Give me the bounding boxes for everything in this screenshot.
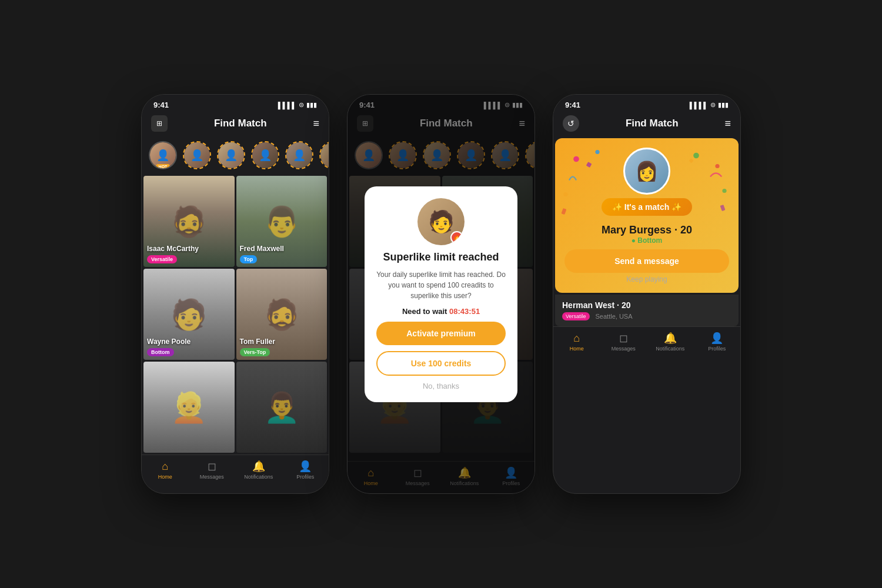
profile-name-tom: Tom Fuller: [240, 338, 275, 346]
profile-tag-fred: Top: [240, 255, 258, 263]
wifi-icon: ⊜: [299, 101, 304, 109]
signal-icon: ▌▌▌▌: [278, 102, 296, 109]
svg-point-0: [573, 156, 579, 162]
profiles-nav-icon: 👤: [299, 460, 312, 473]
confetti-decoration: [555, 138, 739, 293]
nav-messages-3[interactable]: ◻ Messages: [609, 332, 638, 352]
below-match-location: Seattle, USA: [596, 313, 633, 320]
nav-profiles-1[interactable]: 👤 Profiles: [290, 460, 320, 480]
dialog-body: Your daily superlike limit has reached. …: [376, 269, 506, 301]
profile-name-fred: Fred Maxwell: [240, 245, 284, 253]
status-icons-1: ▌▌▌▌ ⊜ ▮▮▮: [278, 101, 317, 109]
home-nav-icon: ⌂: [162, 460, 168, 473]
wait-time: 08:43:51: [449, 307, 480, 316]
home-nav-icon-3: ⌂: [573, 332, 580, 345]
profiles-grid-1: 🧔 Isaac McCarthy Versatile 👨 Fred Maxwel…: [142, 174, 329, 455]
profile-tag-tom: Vers-Top: [240, 348, 270, 356]
profile-info-wayne: Wayne Poole Bottom: [147, 338, 191, 356]
app-header-1: ⊞ Find Match ≡: [142, 112, 329, 136]
below-match-tag: Versatile: [562, 312, 590, 320]
status-icons-3: ▌▌▌▌ ⊜ ▮▮▮: [690, 101, 729, 109]
profile-card-fred[interactable]: 👨 Fred Maxwell Top: [236, 176, 328, 267]
below-match-name: Herman West · 20: [562, 300, 630, 310]
match-card: 👩 ✨ It's a match ✨ Mary Burgess · 20 Bot…: [555, 138, 739, 293]
fire-badge: 🔥: [450, 231, 463, 244]
dialog-overlay: 🧑 🔥 Superlike limit reached Your daily s…: [348, 95, 534, 493]
dialog-title: Superlike limit reached: [383, 251, 499, 263]
nav-home-1[interactable]: ⌂ Home: [151, 460, 180, 480]
status-bar-1: 9:41 ▌▌▌▌ ⊜ ▮▮▮: [142, 95, 329, 112]
dialog-avatar: 🧑 🔥: [417, 198, 465, 245]
story-5[interactable]: 👤: [285, 141, 313, 169]
status-time-1: 9:41: [153, 101, 169, 109]
svg-point-2: [693, 153, 699, 159]
status-bar-3: 9:41 ▌▌▌▌ ⊜ ▮▮▮: [553, 95, 740, 112]
nav-profiles-3[interactable]: 👤 Profiles: [702, 332, 731, 352]
wait-text: Need to wait 08:43:51: [402, 307, 480, 316]
profile-info-tom: Tom Fuller Vers-Top: [240, 338, 275, 356]
menu-icon-1[interactable]: ≡: [313, 118, 319, 130]
nav-home-3[interactable]: ⌂ Home: [562, 332, 592, 352]
battery-icon: ▮▮▮: [306, 101, 317, 109]
activate-premium-button[interactable]: Activate premium: [376, 322, 506, 345]
profile-card-isaac[interactable]: 🧔 Isaac McCarthy Versatile: [143, 176, 235, 267]
phone-1: 9:41 ▌▌▌▌ ⊜ ▮▮▮ ⊞ Find Match ≡ 👤 👤 👤 👤 👤: [141, 94, 329, 494]
story-2[interactable]: 👤: [183, 141, 211, 169]
profile-card-6[interactable]: 👨‍🦱: [236, 362, 328, 453]
story-1[interactable]: 👤: [149, 141, 177, 169]
phone-3: 9:41 ▌▌▌▌ ⊜ ▮▮▮ ↺ Find Match ≡: [553, 94, 741, 494]
profile-info-fred: Fred Maxwell Top: [240, 245, 284, 263]
profile-card-5[interactable]: 👱: [143, 362, 235, 453]
signal-icon-3: ▌▌▌▌: [690, 102, 708, 109]
use-credits-button[interactable]: Use 100 credits: [376, 351, 506, 376]
svg-rect-9: [720, 205, 726, 211]
story-3[interactable]: 👤: [217, 141, 245, 169]
notifications-nav-icon: 🔔: [252, 460, 265, 473]
svg-point-7: [722, 189, 726, 193]
home-icon-btn[interactable]: ⊞: [151, 115, 168, 132]
battery-icon-3: ▮▮▮: [718, 101, 729, 109]
messages-nav-icon: ◻: [208, 460, 216, 473]
svg-rect-8: [562, 208, 567, 215]
stories-row-1: 👤 👤 👤 👤 👤 👤: [142, 136, 329, 174]
story-4[interactable]: 👤: [251, 141, 279, 169]
undo-button[interactable]: ↺: [563, 115, 579, 132]
menu-icon-3[interactable]: ≡: [724, 118, 731, 130]
nav-notifications-1[interactable]: 🔔 Notifications: [244, 460, 273, 480]
nav-notifications-3[interactable]: 🔔 Notifications: [656, 332, 685, 352]
profile-info-isaac: Isaac McCarthy Versatile: [147, 245, 199, 263]
bottom-nav-1: ⌂ Home ◻ Messages 🔔 Notifications 👤 Prof…: [142, 455, 329, 487]
header-title-3: Find Match: [626, 118, 679, 129]
header-title-1: Find Match: [214, 118, 267, 129]
status-time-3: 9:41: [565, 101, 580, 109]
notifications-nav-icon-3: 🔔: [664, 332, 677, 345]
profile-tag-wayne: Bottom: [147, 348, 174, 356]
profile-name-wayne: Wayne Poole: [147, 338, 191, 346]
phone-2: 9:41 ▌▌▌▌ ⊜ ▮▮▮ ⊞ Find Match ≡ 👤 👤 👤 👤 👤: [347, 94, 535, 494]
svg-rect-5: [689, 158, 693, 163]
bottom-nav-3: ⌂ Home ◻ Messages 🔔 Notifications 👤 Prof…: [553, 326, 740, 359]
profiles-nav-icon-3: 👤: [710, 332, 723, 345]
story-6[interactable]: 👤: [319, 141, 329, 169]
below-match-section: Herman West · 20 Versatile Seattle, USA: [555, 295, 739, 326]
profile-name-isaac: Isaac McCarthy: [147, 245, 199, 253]
app-header-3: ↺ Find Match ≡: [553, 112, 740, 136]
profile-card-tom[interactable]: 🧔 Tom Fuller Vers-Top: [236, 269, 328, 360]
svg-point-3: [715, 164, 719, 168]
profile-tag-isaac: Versatile: [147, 255, 177, 263]
no-thanks-button[interactable]: No, thanks: [423, 382, 459, 390]
svg-point-1: [595, 150, 599, 154]
svg-point-6: [563, 192, 567, 196]
wifi-icon-3: ⊜: [710, 101, 716, 109]
svg-rect-4: [586, 162, 592, 168]
superlike-dialog: 🧑 🔥 Superlike limit reached Your daily s…: [365, 186, 517, 402]
messages-nav-icon-3: ◻: [619, 332, 628, 345]
nav-messages-1[interactable]: ◻ Messages: [197, 460, 226, 480]
profile-card-wayne[interactable]: 🧑 Wayne Poole Bottom: [143, 269, 235, 360]
